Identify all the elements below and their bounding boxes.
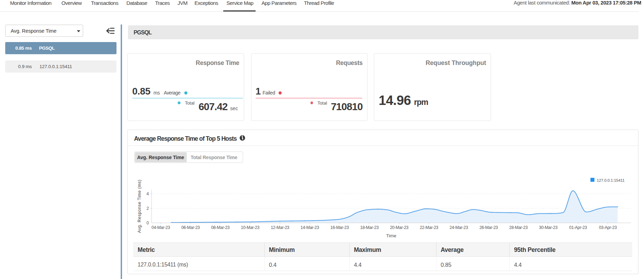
svg-text:22-Mar-23: 22-Mar-23 [420,225,438,230]
svg-text:26-Mar-23: 26-Mar-23 [480,225,498,230]
svg-text:18-Mar-23: 18-Mar-23 [360,225,379,230]
svg-text:20-Mar-23: 20-Mar-23 [390,225,409,230]
svg-text:14-Mar-23: 14-Mar-23 [300,225,319,230]
svg-text:08-Mar-23: 08-Mar-23 [211,225,230,230]
svg-text:10-Mar-23: 10-Mar-23 [241,225,260,230]
svg-text:16-Mar-23: 16-Mar-23 [330,225,349,230]
svg-text:03-Apr-23: 03-Apr-23 [599,225,617,230]
svg-text:127.0.0.1:15411: 127.0.0.1:15411 [597,178,625,182]
svg-text:Avg. Response Time (ms): Avg. Response Time (ms) [137,180,142,233]
svg-text:30-Mar-23: 30-Mar-23 [539,225,558,230]
svg-text:04-Mar-23: 04-Mar-23 [152,225,170,230]
svg-text:4: 4 [146,191,149,196]
svg-text:2: 2 [146,206,149,211]
svg-text:28-Mar-23: 28-Mar-23 [509,225,528,230]
svg-text:24-Mar-23: 24-Mar-23 [450,225,468,230]
svg-text:0: 0 [146,221,149,225]
svg-text:06-Mar-23: 06-Mar-23 [181,225,200,230]
svg-text:Time: Time [386,233,396,238]
svg-text:01-Apr-23: 01-Apr-23 [569,225,587,230]
svg-text:12-Mar-23: 12-Mar-23 [271,225,290,230]
